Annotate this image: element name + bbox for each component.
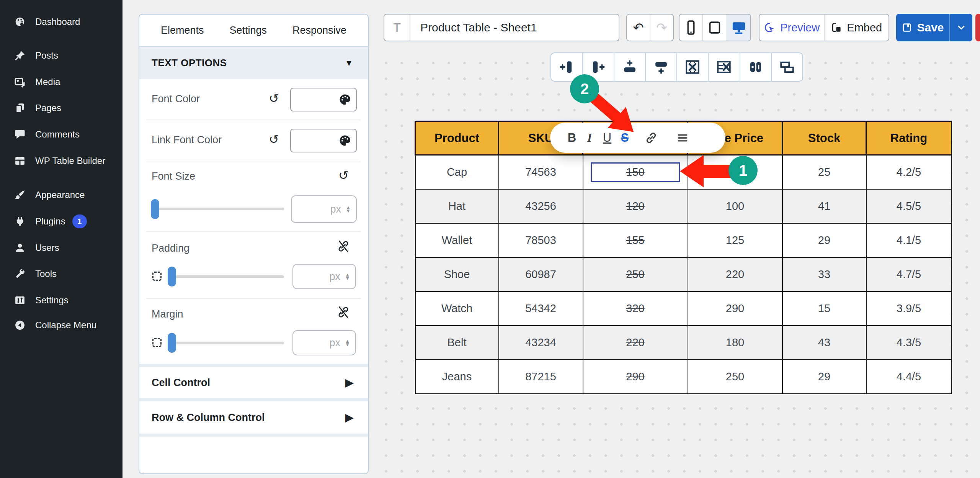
margin-sides-icon[interactable]: [152, 338, 162, 347]
table-cell[interactable]: Hat: [415, 189, 499, 223]
row-column-control-section[interactable]: Row & Column Control ▶: [139, 401, 368, 434]
header-stock[interactable]: Stock: [782, 121, 866, 155]
table-cell[interactable]: 220: [688, 257, 782, 291]
tab-settings[interactable]: Settings: [229, 25, 267, 36]
table-cell[interactable]: 54342: [499, 291, 583, 326]
sidebar-item-wp-table-builder[interactable]: WP Table Builder: [0, 148, 122, 174]
tab-elements[interactable]: Elements: [161, 25, 204, 36]
stepper-arrows[interactable]: ▲▼: [345, 339, 350, 347]
table-cell[interactable]: 4.2/5: [866, 155, 952, 190]
sidebar-item-dashboard[interactable]: Dashboard: [0, 9, 122, 35]
table-cell[interactable]: 100: [688, 189, 782, 223]
table-cell[interactable]: 60987: [499, 257, 583, 291]
table-cell[interactable]: 4.4/5: [866, 360, 952, 394]
header-product[interactable]: Product: [415, 121, 499, 155]
reset-icon[interactable]: ↺: [338, 169, 349, 182]
table-cell[interactable]: 4.5/5: [866, 189, 952, 223]
table-cell[interactable]: 125: [688, 223, 782, 257]
table-cell[interactable]: 43256: [499, 189, 583, 223]
table-cell[interactable]: 4.7/5: [866, 257, 952, 291]
selected-cell[interactable]: 150: [583, 155, 688, 190]
insert-row-before-icon[interactable]: [614, 53, 645, 81]
table-cell[interactable]: 29: [782, 223, 866, 257]
sidebar-item-pages[interactable]: Pages: [0, 95, 122, 121]
link-font-color-picker[interactable]: [290, 129, 357, 152]
link-button[interactable]: [644, 131, 658, 145]
table-cell[interactable]: 155: [583, 223, 688, 257]
split-cells-icon[interactable]: [771, 53, 802, 81]
table-cell[interactable]: Jeans: [415, 360, 499, 394]
redo-button[interactable]: ↷: [650, 15, 673, 41]
sidebar-item-tools[interactable]: Tools: [0, 261, 122, 287]
table-cell[interactable]: 4.1/5: [866, 223, 952, 257]
table-cell[interactable]: 3.9/5: [866, 291, 952, 326]
delete-row-icon[interactable]: [708, 53, 739, 81]
unlink-icon[interactable]: [337, 306, 350, 319]
sidebar-item-settings[interactable]: Settings: [0, 287, 122, 313]
table-cell[interactable]: 290: [583, 360, 688, 394]
merge-cells-icon[interactable]: [740, 53, 771, 81]
margin-input[interactable]: px ▲▼: [292, 330, 356, 355]
text-options-header[interactable]: TEXT OPTIONS ▼: [139, 47, 368, 79]
underline-button[interactable]: U: [598, 132, 616, 144]
sidebar-item-media[interactable]: Media: [0, 69, 122, 95]
padding-sides-icon[interactable]: [152, 272, 162, 281]
mobile-view-button[interactable]: [679, 15, 702, 41]
sidebar-item-posts[interactable]: Posts: [0, 43, 122, 69]
table-cell[interactable]: 43234: [499, 326, 583, 360]
font-color-picker[interactable]: [290, 88, 357, 111]
padding-slider-track[interactable]: [169, 275, 284, 278]
table-cell[interactable]: 180: [688, 326, 782, 360]
delete-column-icon[interactable]: [676, 53, 708, 81]
table-cell[interactable]: 290: [688, 291, 782, 326]
table-cell[interactable]: 250: [688, 360, 782, 394]
table-cell[interactable]: Belt: [415, 326, 499, 360]
preview-button[interactable]: Preview: [760, 15, 824, 41]
tablet-view-button[interactable]: [702, 15, 726, 41]
table-cell[interactable]: 29: [782, 360, 866, 394]
table-cell[interactable]: 33: [782, 257, 866, 291]
reset-icon[interactable]: ↺: [269, 92, 279, 105]
table-cell[interactable]: 41: [782, 189, 866, 223]
stepper-arrows[interactable]: ▲▼: [345, 273, 350, 280]
margin-slider-track[interactable]: [169, 342, 284, 344]
stepper-arrows[interactable]: ▲▼: [346, 206, 351, 213]
table-cell[interactable]: 87215: [499, 360, 583, 394]
undo-button[interactable]: ↶: [627, 15, 650, 41]
padding-slider-handle[interactable]: [168, 267, 176, 286]
tab-responsive[interactable]: Responsive: [292, 25, 346, 36]
sidebar-item-collapse-menu[interactable]: Collapse Menu: [0, 312, 122, 338]
table-cell[interactable]: Shoe: [415, 257, 499, 291]
table-cell[interactable]: Cap: [415, 155, 499, 190]
table-cell[interactable]: 43: [782, 326, 866, 360]
table-cell[interactable]: Wallet: [415, 223, 499, 257]
unlink-icon[interactable]: [337, 240, 350, 253]
table-cell[interactable]: Watch: [415, 291, 499, 326]
table-cell[interactable]: 78503: [499, 223, 583, 257]
bold-button[interactable]: B: [563, 132, 581, 144]
sidebar-item-users[interactable]: Users: [0, 235, 122, 261]
reset-icon[interactable]: ↺: [269, 133, 279, 146]
sidebar-item-appearance[interactable]: Appearance: [0, 182, 122, 208]
table-cell[interactable]: 120: [583, 189, 688, 223]
exit-button-clipped[interactable]: [975, 14, 980, 41]
strikethrough-button-active[interactable]: S: [616, 132, 634, 144]
cell-control-section[interactable]: Cell Control ▶: [139, 367, 368, 398]
table-title-input[interactable]: [410, 21, 619, 34]
align-button[interactable]: [676, 131, 689, 145]
save-options-button[interactable]: [950, 22, 972, 33]
italic-button[interactable]: I: [581, 132, 598, 144]
table-cell[interactable]: 220: [583, 326, 688, 360]
header-rating[interactable]: Rating: [866, 121, 952, 155]
font-size-slider-handle[interactable]: [151, 199, 159, 219]
desktop-view-button[interactable]: [727, 15, 750, 41]
table-cell[interactable]: 320: [583, 291, 688, 326]
embed-button[interactable]: Embed: [825, 15, 889, 41]
insert-row-after-icon[interactable]: [645, 53, 676, 81]
table-cell[interactable]: 250: [583, 257, 688, 291]
sidebar-item-plugins[interactable]: Plugins 1: [0, 208, 122, 234]
font-size-input[interactable]: px ▲▼: [291, 195, 357, 223]
font-size-slider-track[interactable]: [152, 208, 284, 210]
margin-slider-handle[interactable]: [168, 333, 176, 353]
table-cell[interactable]: 74563: [499, 155, 583, 190]
